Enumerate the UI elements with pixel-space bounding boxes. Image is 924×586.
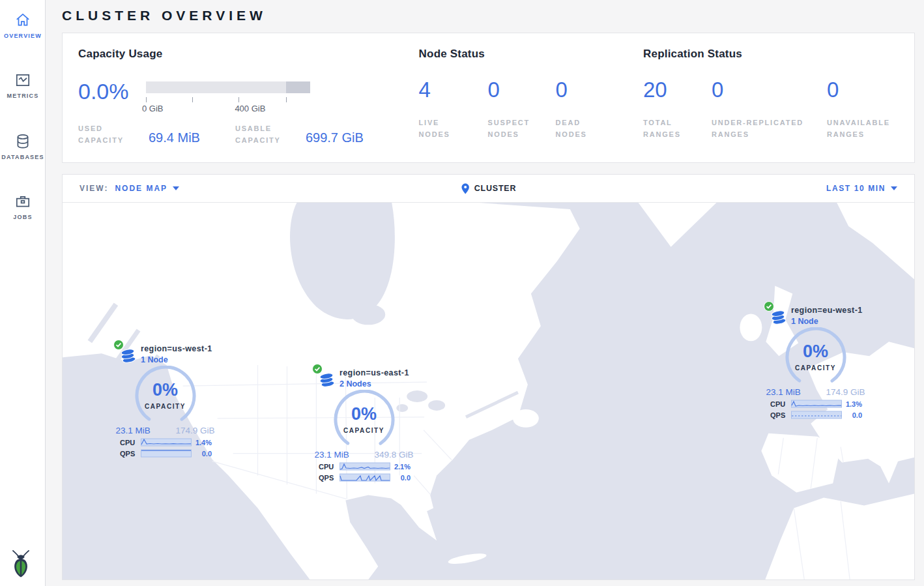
cpu-label: CPU <box>319 463 339 471</box>
suspect-nodes-count: 0 <box>488 79 556 100</box>
used-capacity: 23.1 MiB <box>315 450 349 460</box>
view-label: VIEW: <box>79 184 108 193</box>
map-toolbar: VIEW: NODE MAP CLUSTER LAST 10 MIN <box>63 175 914 203</box>
total-capacity: 174.9 GiB <box>826 387 865 397</box>
under-replicated-count: 0 <box>712 79 827 100</box>
sidebar-item-overview[interactable]: OVERVIEW <box>0 0 46 48</box>
qps-sparkline <box>339 473 390 482</box>
node-count-link[interactable]: 2 Nodes <box>339 379 409 388</box>
database-stack-icon <box>770 309 787 326</box>
capacity-percent: 0.0% <box>78 80 146 102</box>
capacity-label: CAPACITY <box>134 403 197 410</box>
metrics-icon <box>0 72 46 89</box>
database-stack-icon <box>120 347 137 364</box>
capacity-usage-title: Capacity Usage <box>78 48 419 61</box>
replication-status-section: Replication Status 20 TOTAL RANGES 0 UND… <box>643 48 899 162</box>
view-value: NODE MAP <box>115 184 167 193</box>
capacity-ring: 0% CAPACITY <box>333 390 396 450</box>
locality-card-us-west-1[interactable]: region=us-west-1 1 Node 0% CAPACITY 23.1… <box>115 342 216 458</box>
under-replicated-label: UNDER-REPLICATED RANGES <box>712 117 816 140</box>
view-selector[interactable]: VIEW: NODE MAP <box>79 184 179 193</box>
used-capacity: 23.1 MiB <box>766 387 801 397</box>
used-capacity: 23.1 MiB <box>116 426 151 435</box>
sidebar-item-databases[interactable]: DATABASES <box>0 121 46 169</box>
chevron-down-icon <box>891 186 897 190</box>
jobs-icon <box>0 193 46 210</box>
capacity-ring: 0% CAPACITY <box>785 327 847 387</box>
cpu-value: 1.3% <box>846 400 866 408</box>
capacity-percent: 0% <box>333 404 396 424</box>
node-status-section: Node Status 4 LIVE NODES 0 SUSPECT NODES… <box>419 48 643 162</box>
sidebar-item-label: DATABASES <box>0 154 46 160</box>
total-capacity: 349.8 GiB <box>374 450 413 460</box>
sidebar-item-label: JOBS <box>0 214 46 220</box>
dead-nodes-count: 0 <box>556 79 607 100</box>
capacity-usage-section: Capacity Usage 0.0% 0 GiB 400 GiB USED C… <box>78 48 419 162</box>
region-label: region=eu-west-1 <box>791 306 863 315</box>
capacity-label: CAPACITY <box>333 427 396 434</box>
sidebar-item-metrics[interactable]: METRICS <box>0 60 46 108</box>
capacity-label: CAPACITY <box>785 364 847 372</box>
sidebar: OVERVIEW METRICS DATABASES JOBS <box>0 0 46 586</box>
qps-value: 0.0 <box>401 474 414 482</box>
dead-nodes-label: DEAD NODES <box>556 117 607 140</box>
total-capacity: 174.9 GiB <box>175 426 214 435</box>
unavailable-label: UNAVAILABLE RANGES <box>827 117 899 140</box>
qps-sparkline <box>141 449 192 458</box>
axis-tick-label: 400 GiB <box>235 104 265 113</box>
database-stack-icon <box>319 372 336 388</box>
cluster-summary-panel: Capacity Usage 0.0% 0 GiB 400 GiB USED C… <box>62 33 915 163</box>
live-nodes-count: 4 <box>419 79 488 100</box>
node-map-panel: VIEW: NODE MAP CLUSTER LAST 10 MIN <box>62 174 915 580</box>
world-map[interactable]: region=us-west-1 1 Node 0% CAPACITY 23.1… <box>63 203 914 579</box>
locality-card-eu-west-1[interactable]: region=eu-west-1 1 Node 0% CAPACITY 23.1… <box>765 304 866 419</box>
cpu-value: 2.1% <box>394 463 414 471</box>
chevron-down-icon <box>173 186 179 190</box>
databases-icon <box>0 133 46 150</box>
page-title: CLUSTER OVERVIEW <box>62 0 915 33</box>
replication-status-title: Replication Status <box>643 48 899 61</box>
sidebar-item-label: OVERVIEW <box>0 33 46 39</box>
cpu-sparkline <box>791 400 842 408</box>
capacity-percent: 0% <box>134 380 197 400</box>
axis-tick-label: 0 GiB <box>142 104 164 113</box>
total-ranges-count: 20 <box>643 79 712 100</box>
total-ranges-label: TOTAL RANGES <box>643 117 694 140</box>
capacity-percent: 0% <box>785 342 847 362</box>
cpu-sparkline <box>339 462 390 471</box>
unavailable-count: 0 <box>827 79 899 100</box>
capacity-ring: 0% CAPACITY <box>134 366 197 426</box>
used-capacity-label: USED CAPACITY <box>78 123 138 146</box>
qps-value: 0.0 <box>202 450 216 458</box>
region-label: region=us-east-1 <box>339 368 409 377</box>
cockroachdb-logo <box>9 549 33 581</box>
node-count-link[interactable]: 1 Node <box>141 355 212 364</box>
capacity-bar: 0 GiB 400 GiB <box>146 81 310 102</box>
home-icon <box>0 12 46 29</box>
time-range-selector[interactable]: LAST 10 MIN <box>826 184 897 193</box>
usable-capacity-label: USABLE CAPACITY <box>235 123 295 146</box>
usable-capacity-value: 699.7 GiB <box>306 130 364 145</box>
main-content: CLUSTER OVERVIEW Capacity Usage 0.0% 0 G… <box>46 0 924 586</box>
cpu-sparkline <box>141 438 192 447</box>
qps-value: 0.0 <box>852 411 866 419</box>
qps-label: QPS <box>770 411 791 419</box>
qps-label: QPS <box>120 450 141 458</box>
region-label: region=us-west-1 <box>141 344 212 353</box>
breadcrumb-cluster: CLUSTER <box>474 184 517 193</box>
qps-label: QPS <box>319 474 339 482</box>
used-capacity-value: 69.4 MiB <box>149 130 200 145</box>
capacity-bar-used-segment <box>286 81 310 93</box>
time-range-value: LAST 10 MIN <box>826 184 886 193</box>
sidebar-item-jobs[interactable]: JOBS <box>0 181 46 229</box>
location-pin-icon <box>461 183 470 194</box>
cpu-label: CPU <box>120 439 141 447</box>
live-nodes-label: LIVE NODES <box>419 117 470 140</box>
cpu-value: 1.4% <box>195 439 216 447</box>
node-status-title: Node Status <box>419 48 643 61</box>
breadcrumb[interactable]: CLUSTER <box>461 183 517 194</box>
suspect-nodes-label: SUSPECT NODES <box>488 117 539 140</box>
node-count-link[interactable]: 1 Node <box>791 317 863 326</box>
locality-card-us-east-1[interactable]: region=us-east-1 2 Nodes 0% CAPACITY 23.… <box>313 366 414 482</box>
qps-sparkline <box>791 411 842 419</box>
